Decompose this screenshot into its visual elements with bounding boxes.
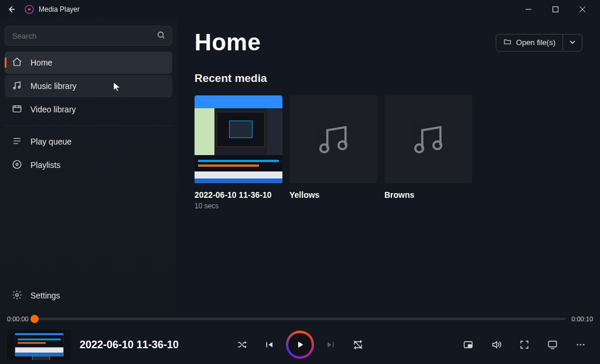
seek-slider[interactable]	[35, 318, 566, 320]
search-field-wrap	[5, 26, 172, 46]
playback-controls	[233, 332, 367, 358]
titlebar: Media Player	[0, 0, 600, 19]
next-button[interactable]	[322, 336, 340, 353]
arrow-left-icon	[7, 5, 16, 14]
sidebar-item-settings[interactable]: Settings	[5, 284, 172, 307]
sidebar-separator	[5, 125, 172, 126]
home-icon	[12, 57, 22, 69]
play-button[interactable]	[287, 332, 313, 358]
page-title: Home	[195, 29, 261, 56]
music-note-icon	[410, 121, 446, 157]
media-thumbnail	[384, 95, 472, 183]
sidebar-item-label: Video library	[30, 105, 76, 114]
more-button[interactable]	[572, 336, 589, 353]
search-input[interactable]	[5, 26, 172, 46]
shuffle-button[interactable]	[233, 336, 251, 353]
seek-knob	[30, 315, 39, 323]
media-card[interactable]: Yellows	[289, 95, 377, 210]
sidebar-item-home[interactable]: Home	[5, 51, 172, 74]
video-library-icon	[12, 104, 22, 116]
volume-button[interactable]	[488, 336, 505, 353]
back-button[interactable]	[5, 2, 19, 16]
main-header: Home Open file(s)	[195, 29, 582, 56]
video-thumbnail-art	[195, 95, 282, 183]
cast-icon	[547, 339, 558, 350]
speaker-icon	[491, 339, 502, 350]
svg-point-3	[158, 32, 163, 37]
svg-point-18	[580, 344, 581, 345]
search-icon	[157, 31, 165, 42]
svg-rect-2	[553, 7, 558, 12]
more-horizontal-icon	[575, 339, 586, 350]
maximize-button[interactable]	[543, 0, 568, 19]
svg-point-8	[16, 163, 18, 166]
media-card-title: 2022-06-10 11-36-10	[195, 190, 282, 200]
seek-row: 0:00:00 0:00:10	[0, 310, 600, 328]
media-player-app: Media Player Home M	[0, 0, 600, 364]
svg-marker-1	[29, 8, 32, 11]
svg-point-7	[13, 160, 21, 169]
gear-icon	[12, 290, 22, 302]
folder-icon	[503, 37, 512, 47]
repeat-button[interactable]	[349, 336, 367, 353]
main-content: Home Open file(s) Recent media	[177, 19, 600, 310]
skip-previous-icon	[264, 339, 274, 350]
svg-rect-6	[13, 105, 21, 112]
svg-point-5	[18, 86, 20, 88]
now-playing-bar: 2022-06-10 11-36-10	[0, 328, 600, 364]
fullscreen-icon	[519, 339, 530, 350]
media-card[interactable]: Browns	[384, 95, 472, 210]
svg-rect-15	[468, 345, 471, 347]
media-player-logo-icon	[25, 5, 34, 14]
svg-point-9	[16, 293, 19, 296]
mini-player-icon	[463, 339, 473, 350]
chevron-down-icon	[569, 37, 576, 47]
sidebar-item-video-library[interactable]: Video library	[5, 98, 172, 121]
queue-icon	[12, 136, 22, 148]
close-button[interactable]	[570, 0, 595, 19]
time-duration: 0:00:10	[571, 315, 593, 322]
sidebar-item-play-queue[interactable]: Play queue	[5, 131, 172, 153]
app-body: Home Music library Video library Play qu…	[0, 19, 600, 310]
sidebar: Home Music library Video library Play qu…	[0, 19, 177, 310]
media-card-title: Browns	[384, 190, 472, 200]
sidebar-item-label: Play queue	[30, 137, 71, 146]
sidebar-item-label: Playlists	[30, 160, 60, 170]
sidebar-item-label: Home	[30, 58, 52, 67]
now-playing-title: 2022-06-10 11-36-10	[80, 339, 179, 351]
repeat-off-icon	[353, 339, 363, 350]
media-card-title: Yellows	[289, 190, 377, 200]
open-file-split-button: Open file(s)	[496, 34, 582, 51]
sidebar-item-music-library[interactable]: Music library	[5, 75, 172, 97]
secondary-controls	[459, 336, 593, 353]
media-card[interactable]: 2022-06-10 11-36-10 10 secs	[195, 95, 282, 210]
minimize-button[interactable]	[516, 0, 541, 19]
section-recent-media-title: Recent media	[195, 72, 582, 85]
media-card-subtitle: 10 secs	[195, 202, 282, 210]
media-thumbnail	[289, 95, 377, 183]
previous-button[interactable]	[260, 336, 278, 353]
time-elapsed: 0:00:00	[7, 315, 29, 322]
play-icon	[295, 339, 305, 350]
cast-button[interactable]	[544, 336, 561, 353]
window-title: Media Player	[39, 5, 80, 13]
svg-point-17	[577, 344, 578, 345]
sidebar-nav: Home Music library Video library Play qu…	[5, 51, 172, 176]
mini-player-button[interactable]	[459, 336, 477, 353]
shuffle-icon	[237, 339, 247, 350]
music-note-icon	[315, 121, 352, 157]
media-thumbnail	[195, 95, 282, 183]
recent-media-list: 2022-06-10 11-36-10 10 secs Yellows Brow…	[195, 95, 582, 210]
sidebar-item-playlists[interactable]: Playlists	[5, 154, 172, 176]
settings-label: Settings	[30, 291, 60, 300]
open-file-dropdown[interactable]	[563, 35, 582, 51]
now-playing-thumbnail[interactable]	[7, 329, 71, 360]
music-library-icon	[12, 80, 22, 92]
svg-rect-16	[548, 341, 557, 347]
open-file-button[interactable]: Open file(s)	[496, 35, 563, 50]
sidebar-item-label: Music library	[30, 81, 77, 91]
fullscreen-button[interactable]	[516, 336, 533, 353]
open-file-label: Open file(s)	[516, 38, 555, 47]
svg-point-4	[13, 87, 15, 88]
video-thumbnail-art	[15, 334, 64, 356]
